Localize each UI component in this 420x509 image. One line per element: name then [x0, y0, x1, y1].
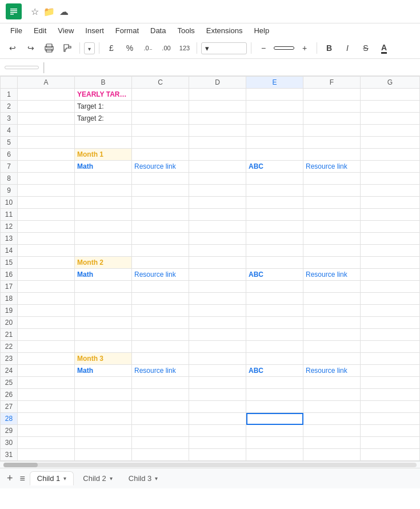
cell-20-D[interactable]	[189, 317, 246, 329]
cell-16-D[interactable]	[189, 269, 246, 281]
cell-29-B[interactable]	[75, 425, 132, 437]
col-header-B[interactable]: B	[75, 77, 132, 89]
cell-24-G[interactable]	[361, 365, 420, 377]
cell-10-D[interactable]	[189, 197, 246, 209]
cell-18-F[interactable]	[303, 293, 361, 305]
cell-24-E[interactable]: ABC	[246, 365, 303, 377]
cell-2-E[interactable]	[246, 101, 303, 113]
tab-child2[interactable]: Child 2 ▾	[76, 472, 119, 485]
menu-insert[interactable]: Insert	[81, 25, 109, 37]
cell-13-G[interactable]	[361, 233, 420, 245]
cell-28-G[interactable]	[361, 413, 420, 425]
cell-7-C[interactable]: Resource link	[132, 161, 189, 173]
cell-3-G[interactable]	[361, 113, 420, 125]
cell-25-B[interactable]	[75, 377, 132, 389]
sheet-menu-button[interactable]: ≡	[18, 471, 27, 486]
cell-14-G[interactable]	[361, 245, 420, 257]
cell-30-G[interactable]	[361, 437, 420, 449]
tab-child3[interactable]: Child 3 ▾	[122, 472, 165, 485]
strikethrough-button[interactable]: S	[358, 40, 374, 56]
cell-11-A[interactable]	[18, 209, 75, 221]
cell-8-C[interactable]	[132, 173, 189, 185]
cell-9-B[interactable]	[75, 185, 132, 197]
cell-17-B[interactable]	[75, 281, 132, 293]
cell-22-D[interactable]	[189, 341, 246, 353]
cell-10-C[interactable]	[132, 197, 189, 209]
cell-25-C[interactable]	[132, 377, 189, 389]
cell-23-B[interactable]: Month 3	[75, 353, 132, 365]
row-num-15[interactable]: 15	[1, 257, 18, 269]
cell-6-C[interactable]	[132, 149, 189, 161]
cell-28-D[interactable]	[189, 413, 246, 425]
menu-file[interactable]: File	[6, 25, 27, 37]
format-paint-button[interactable]	[59, 40, 75, 56]
cell-16-E[interactable]: ABC	[246, 269, 303, 281]
row-num-30[interactable]: 30	[1, 437, 18, 449]
cell-29-F[interactable]	[303, 425, 361, 437]
cell-24-D[interactable]	[189, 365, 246, 377]
cell-8-D[interactable]	[189, 173, 246, 185]
cell-1-B[interactable]: YEARLY TARGET	[75, 89, 132, 101]
cell-19-A[interactable]	[18, 305, 75, 317]
cell-6-B[interactable]: Month 1	[75, 149, 132, 161]
cell-15-B[interactable]: Month 2	[75, 257, 132, 269]
cell-27-F[interactable]	[303, 401, 361, 413]
cell-19-B[interactable]	[75, 305, 132, 317]
cell-20-F[interactable]	[303, 317, 361, 329]
menu-view[interactable]: View	[53, 25, 78, 37]
formula-input[interactable]	[52, 63, 415, 71]
cell-20-E[interactable]	[246, 317, 303, 329]
cell-25-A[interactable]	[18, 377, 75, 389]
cell-20-A[interactable]	[18, 317, 75, 329]
cell-18-E[interactable]	[246, 293, 303, 305]
cell-30-C[interactable]	[132, 437, 189, 449]
cell-15-A[interactable]	[18, 257, 75, 269]
scrollbar-thumb[interactable]	[3, 463, 38, 467]
cell-24-C[interactable]: Resource link	[132, 365, 189, 377]
cloud-icon[interactable]: ☁	[59, 6, 69, 17]
cell-18-C[interactable]	[132, 293, 189, 305]
cell-26-D[interactable]	[189, 389, 246, 401]
tab-child3-dropdown[interactable]: ▾	[155, 475, 158, 482]
cell-22-C[interactable]	[132, 341, 189, 353]
cell-12-G[interactable]	[361, 221, 420, 233]
cell-12-C[interactable]	[132, 221, 189, 233]
cell-24-B[interactable]: Math	[75, 365, 132, 377]
decimal-dec-button[interactable]: .0₋	[140, 40, 156, 56]
cell-11-E[interactable]	[246, 209, 303, 221]
cell-26-B[interactable]	[75, 389, 132, 401]
cell-23-G[interactable]	[361, 353, 420, 365]
row-num-31[interactable]: 31	[1, 449, 18, 461]
row-num-22[interactable]: 22	[1, 341, 18, 353]
cell-16-A[interactable]	[18, 269, 75, 281]
row-num-25[interactable]: 25	[1, 377, 18, 389]
cell-9-C[interactable]	[132, 185, 189, 197]
cell-23-F[interactable]	[303, 353, 361, 365]
undo-button[interactable]: ↩	[5, 40, 21, 56]
cell-22-B[interactable]	[75, 341, 132, 353]
cell-20-G[interactable]	[361, 317, 420, 329]
cell-9-E[interactable]	[246, 185, 303, 197]
row-num-24[interactable]: 24	[1, 365, 18, 377]
font-size-display[interactable]	[274, 46, 294, 50]
cell-15-G[interactable]	[361, 257, 420, 269]
cell-23-A[interactable]	[18, 353, 75, 365]
cell-23-E[interactable]	[246, 353, 303, 365]
cell-15-E[interactable]	[246, 257, 303, 269]
menu-data[interactable]: Data	[146, 25, 170, 37]
cell-14-E[interactable]	[246, 245, 303, 257]
cell-4-E[interactable]	[246, 125, 303, 137]
cell-23-C[interactable]	[132, 353, 189, 365]
cell-10-E[interactable]	[246, 197, 303, 209]
row-num-19[interactable]: 19	[1, 305, 18, 317]
cell-28-F[interactable]	[303, 413, 361, 425]
cell-26-G[interactable]	[361, 389, 420, 401]
cell-4-C[interactable]	[132, 125, 189, 137]
col-header-F[interactable]: F	[303, 77, 361, 89]
cell-3-B[interactable]: Target 2:	[75, 113, 132, 125]
italic-button[interactable]: I	[339, 40, 355, 56]
cell-2-A[interactable]	[18, 101, 75, 113]
row-num-16[interactable]: 16	[1, 269, 18, 281]
cell-27-B[interactable]	[75, 401, 132, 413]
cell-1-D[interactable]	[189, 89, 246, 101]
